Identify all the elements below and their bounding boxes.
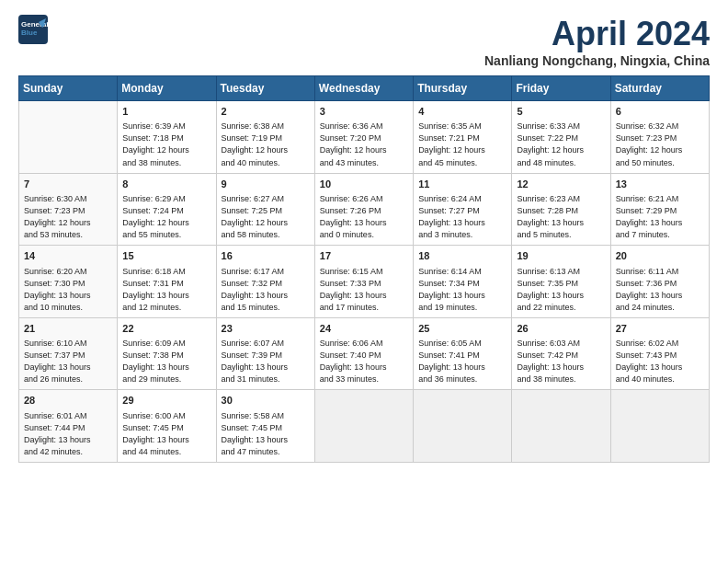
calendar-cell: 3Sunrise: 6:36 AMSunset: 7:20 PMDaylight… xyxy=(314,101,413,174)
day-content: Sunrise: 6:03 AMSunset: 7:42 PMDaylight:… xyxy=(517,338,605,385)
calendar-cell: 2Sunrise: 6:38 AMSunset: 7:19 PMDaylight… xyxy=(216,101,314,174)
calendar-body: 1Sunrise: 6:39 AMSunset: 7:18 PMDaylight… xyxy=(19,101,710,463)
day-number: 21 xyxy=(24,322,112,336)
calendar-cell: 29Sunrise: 6:00 AMSunset: 7:45 PMDayligh… xyxy=(118,390,216,463)
calendar-cell: 16Sunrise: 6:17 AMSunset: 7:32 PMDayligh… xyxy=(216,246,314,318)
day-number: 28 xyxy=(24,394,112,408)
calendar-cell: 6Sunrise: 6:32 AMSunset: 7:23 PMDaylight… xyxy=(610,101,709,174)
day-number: 2 xyxy=(222,105,310,119)
calendar-week-row: 7Sunrise: 6:30 AMSunset: 7:23 PMDaylight… xyxy=(19,173,710,246)
day-number: 18 xyxy=(418,249,506,263)
day-content: Sunrise: 6:13 AMSunset: 7:35 PMDaylight:… xyxy=(517,266,605,314)
day-content: Sunrise: 6:20 AMSunset: 7:30 PMDaylight:… xyxy=(24,266,112,314)
calendar-cell: 20Sunrise: 6:11 AMSunset: 7:36 PMDayligh… xyxy=(610,246,709,318)
weekday-header: Saturday xyxy=(610,76,709,101)
weekday-header: Sunday xyxy=(19,76,118,101)
weekday-header: Monday xyxy=(118,76,216,101)
day-number: 30 xyxy=(222,394,310,408)
day-content: Sunrise: 5:58 AMSunset: 7:45 PMDaylight:… xyxy=(222,410,310,458)
calendar-cell: 11Sunrise: 6:24 AMSunset: 7:27 PMDayligh… xyxy=(414,173,512,246)
weekday-header: Friday xyxy=(512,76,610,101)
day-content: Sunrise: 6:09 AMSunset: 7:38 PMDaylight:… xyxy=(122,338,210,385)
day-number: 22 xyxy=(122,322,210,336)
day-content: Sunrise: 6:35 AMSunset: 7:21 PMDaylight:… xyxy=(418,121,506,168)
day-number: 29 xyxy=(122,394,210,408)
day-content: Sunrise: 6:14 AMSunset: 7:34 PMDaylight:… xyxy=(418,266,506,314)
calendar-cell: 25Sunrise: 6:05 AMSunset: 7:41 PMDayligh… xyxy=(414,317,512,390)
day-content: Sunrise: 6:15 AMSunset: 7:33 PMDaylight:… xyxy=(320,266,408,314)
svg-text:Blue: Blue xyxy=(21,29,38,37)
day-number: 23 xyxy=(222,322,310,336)
day-content: Sunrise: 6:32 AMSunset: 7:23 PMDaylight:… xyxy=(616,121,704,168)
calendar-week-row: 28Sunrise: 6:01 AMSunset: 7:44 PMDayligh… xyxy=(19,390,710,463)
day-content: Sunrise: 6:23 AMSunset: 7:28 PMDaylight:… xyxy=(517,193,605,241)
calendar-cell: 8Sunrise: 6:29 AMSunset: 7:24 PMDaylight… xyxy=(118,173,216,246)
day-content: Sunrise: 6:21 AMSunset: 7:29 PMDaylight:… xyxy=(616,193,704,241)
day-number: 5 xyxy=(517,105,605,119)
logo-icon: General Blue xyxy=(18,15,48,44)
calendar-week-row: 1Sunrise: 6:39 AMSunset: 7:18 PMDaylight… xyxy=(19,101,710,174)
day-content: Sunrise: 6:01 AMSunset: 7:44 PMDaylight:… xyxy=(24,410,112,458)
calendar-cell: 18Sunrise: 6:14 AMSunset: 7:34 PMDayligh… xyxy=(414,246,512,318)
calendar-cell: 12Sunrise: 6:23 AMSunset: 7:28 PMDayligh… xyxy=(512,173,610,246)
day-content: Sunrise: 6:38 AMSunset: 7:19 PMDaylight:… xyxy=(222,121,310,168)
calendar-cell xyxy=(414,390,512,463)
day-content: Sunrise: 6:05 AMSunset: 7:41 PMDaylight:… xyxy=(418,338,506,385)
calendar-cell: 13Sunrise: 6:21 AMSunset: 7:29 PMDayligh… xyxy=(610,173,709,246)
calendar-cell: 17Sunrise: 6:15 AMSunset: 7:33 PMDayligh… xyxy=(314,246,413,318)
calendar-cell xyxy=(314,390,413,463)
day-content: Sunrise: 6:07 AMSunset: 7:39 PMDaylight:… xyxy=(222,338,310,385)
day-content: Sunrise: 6:27 AMSunset: 7:25 PMDaylight:… xyxy=(222,193,310,241)
month-title: April 2024 xyxy=(484,15,710,53)
calendar-cell: 24Sunrise: 6:06 AMSunset: 7:40 PMDayligh… xyxy=(314,317,413,390)
calendar-cell: 4Sunrise: 6:35 AMSunset: 7:21 PMDaylight… xyxy=(414,101,512,174)
location-title: Nanliang Nongchang, Ningxia, China xyxy=(484,53,710,68)
day-content: Sunrise: 6:10 AMSunset: 7:37 PMDaylight:… xyxy=(24,338,112,385)
weekday-header: Wednesday xyxy=(314,76,413,101)
page-header: General Blue April 2024 Nanliang Nongcha… xyxy=(18,15,710,68)
logo: General Blue xyxy=(18,15,48,44)
day-content: Sunrise: 6:17 AMSunset: 7:32 PMDaylight:… xyxy=(222,266,310,314)
calendar-cell: 5Sunrise: 6:33 AMSunset: 7:22 PMDaylight… xyxy=(512,101,610,174)
calendar-cell xyxy=(512,390,610,463)
day-number: 16 xyxy=(222,249,310,263)
calendar-cell: 23Sunrise: 6:07 AMSunset: 7:39 PMDayligh… xyxy=(216,317,314,390)
day-content: Sunrise: 6:39 AMSunset: 7:18 PMDaylight:… xyxy=(122,121,210,168)
calendar-cell: 14Sunrise: 6:20 AMSunset: 7:30 PMDayligh… xyxy=(19,246,118,318)
day-content: Sunrise: 6:29 AMSunset: 7:24 PMDaylight:… xyxy=(122,193,210,241)
day-content: Sunrise: 6:36 AMSunset: 7:20 PMDaylight:… xyxy=(320,121,408,168)
day-content: Sunrise: 6:18 AMSunset: 7:31 PMDaylight:… xyxy=(122,266,210,314)
calendar-cell: 19Sunrise: 6:13 AMSunset: 7:35 PMDayligh… xyxy=(512,246,610,318)
day-number: 4 xyxy=(418,105,506,119)
calendar-cell: 15Sunrise: 6:18 AMSunset: 7:31 PMDayligh… xyxy=(118,246,216,318)
day-number: 13 xyxy=(616,178,704,191)
day-content: Sunrise: 6:11 AMSunset: 7:36 PMDaylight:… xyxy=(616,266,704,314)
day-number: 27 xyxy=(616,322,704,336)
calendar-cell xyxy=(610,390,709,463)
day-number: 14 xyxy=(24,249,112,263)
title-block: April 2024 Nanliang Nongchang, Ningxia, … xyxy=(484,15,710,68)
calendar-cell: 21Sunrise: 6:10 AMSunset: 7:37 PMDayligh… xyxy=(19,317,118,390)
calendar-cell: 26Sunrise: 6:03 AMSunset: 7:42 PMDayligh… xyxy=(512,317,610,390)
calendar-cell: 10Sunrise: 6:26 AMSunset: 7:26 PMDayligh… xyxy=(314,173,413,246)
weekday-header: Tuesday xyxy=(216,76,314,101)
day-number: 15 xyxy=(122,249,210,263)
calendar-table: SundayMondayTuesdayWednesdayThursdayFrid… xyxy=(18,75,710,463)
day-number: 1 xyxy=(122,105,210,119)
calendar-cell: 28Sunrise: 6:01 AMSunset: 7:44 PMDayligh… xyxy=(19,390,118,463)
calendar-cell xyxy=(19,101,118,174)
day-number: 19 xyxy=(517,249,605,263)
day-content: Sunrise: 6:33 AMSunset: 7:22 PMDaylight:… xyxy=(517,121,605,168)
day-number: 24 xyxy=(320,322,408,336)
calendar-cell: 27Sunrise: 6:02 AMSunset: 7:43 PMDayligh… xyxy=(610,317,709,390)
calendar-cell: 1Sunrise: 6:39 AMSunset: 7:18 PMDaylight… xyxy=(118,101,216,174)
weekday-header: Thursday xyxy=(414,76,512,101)
day-number: 17 xyxy=(320,249,408,263)
calendar-week-row: 14Sunrise: 6:20 AMSunset: 7:30 PMDayligh… xyxy=(19,246,710,318)
day-content: Sunrise: 6:24 AMSunset: 7:27 PMDaylight:… xyxy=(418,193,506,241)
calendar-week-row: 21Sunrise: 6:10 AMSunset: 7:37 PMDayligh… xyxy=(19,317,710,390)
day-number: 7 xyxy=(24,178,112,191)
calendar-cell: 7Sunrise: 6:30 AMSunset: 7:23 PMDaylight… xyxy=(19,173,118,246)
calendar-cell: 22Sunrise: 6:09 AMSunset: 7:38 PMDayligh… xyxy=(118,317,216,390)
day-number: 10 xyxy=(320,178,408,191)
